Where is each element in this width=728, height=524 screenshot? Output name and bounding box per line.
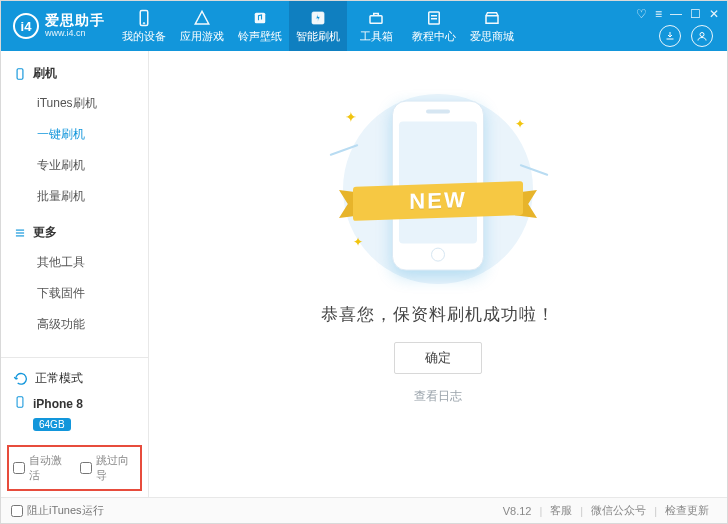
- view-log-link[interactable]: 查看日志: [414, 388, 462, 405]
- sparkle-icon: ✦: [345, 109, 357, 125]
- skin-icon[interactable]: ♡: [636, 7, 647, 21]
- sidebar-item-pro-flash[interactable]: 专业刷机: [1, 150, 148, 181]
- sidebar-group-title: 刷机: [33, 65, 57, 82]
- svg-rect-4: [370, 15, 382, 23]
- storage-badge: 64GB: [33, 418, 71, 431]
- success-message: 恭喜您，保资料刷机成功啦！: [321, 303, 555, 326]
- nav-my-device[interactable]: 我的设备: [115, 1, 173, 51]
- check-skip-wizard-label: 跳过向导: [96, 453, 137, 483]
- device-mode-label: 正常模式: [35, 370, 83, 387]
- menu-icon[interactable]: ≡: [655, 7, 662, 21]
- nav-ringtones[interactable]: 铃声壁纸: [231, 1, 289, 51]
- book-icon: [425, 9, 443, 27]
- nav-label: 工具箱: [360, 29, 393, 44]
- refresh-icon: [13, 371, 29, 387]
- sparkle-icon: ✦: [353, 235, 363, 249]
- menu-icon: [13, 226, 27, 240]
- version-label: V8.12: [495, 505, 540, 517]
- sidebar-group-flash: 刷机: [1, 61, 148, 88]
- check-auto-activate-input[interactable]: [13, 462, 25, 474]
- check-skip-wizard-input[interactable]: [80, 462, 92, 474]
- nav-label: 教程中心: [412, 29, 456, 44]
- maximize-icon[interactable]: ☐: [690, 7, 701, 21]
- device-row[interactable]: iPhone 8: [11, 395, 138, 416]
- ribbon-text: NEW: [409, 187, 466, 215]
- nav-tutorials[interactable]: 教程中心: [405, 1, 463, 51]
- sidebar: 刷机 iTunes刷机 一键刷机 专业刷机 批量刷机 更多 其他工具 下载固件 …: [1, 51, 149, 497]
- check-block-itunes-label: 阻止iTunes运行: [27, 503, 104, 518]
- ok-button[interactable]: 确定: [394, 342, 482, 374]
- sidebar-item-oneclick-flash[interactable]: 一键刷机: [1, 119, 148, 150]
- window-controls: ♡ ≡ ― ☐ ✕: [636, 1, 727, 21]
- phone-icon: [13, 395, 27, 412]
- success-illustration: ✦ ✦ ✦ NEW: [333, 89, 543, 289]
- sidebar-item-advanced[interactable]: 高级功能: [1, 309, 148, 340]
- svg-rect-9: [17, 68, 23, 79]
- nav-label: 我的设备: [122, 29, 166, 44]
- top-nav: 我的设备 应用游戏 铃声壁纸 智能刷机 工具箱 教程中心: [115, 1, 636, 51]
- nav-toolbox[interactable]: 工具箱: [347, 1, 405, 51]
- nav-apps[interactable]: 应用游戏: [173, 1, 231, 51]
- phone-icon: [13, 67, 27, 81]
- store-icon: [483, 9, 501, 27]
- check-skip-wizard[interactable]: 跳过向导: [80, 453, 137, 483]
- sidebar-group-more: 更多: [1, 220, 148, 247]
- wechat-link[interactable]: 微信公众号: [583, 503, 654, 518]
- account-button[interactable]: [691, 25, 713, 47]
- support-link[interactable]: 客服: [542, 503, 580, 518]
- sidebar-item-other-tools[interactable]: 其他工具: [1, 247, 148, 278]
- nav-smart-flash[interactable]: 智能刷机: [289, 1, 347, 51]
- sidebar-item-download-firmware[interactable]: 下载固件: [1, 278, 148, 309]
- app-name: 爱思助手: [45, 13, 105, 28]
- nav-label: 爱思商城: [470, 29, 514, 44]
- sidebar-device-panel: 正常模式 iPhone 8 64GB: [1, 357, 148, 437]
- sidebar-group-title: 更多: [33, 224, 57, 241]
- check-auto-activate[interactable]: 自动激活: [13, 453, 70, 483]
- flash-icon: [309, 9, 327, 27]
- sidebar-item-batch-flash[interactable]: 批量刷机: [1, 181, 148, 212]
- sparkle-icon: ✦: [515, 117, 525, 131]
- nav-label: 铃声壁纸: [238, 29, 282, 44]
- logo-badge-icon: i4: [13, 13, 39, 39]
- flash-options-highlight: 自动激活 跳过向导: [7, 445, 142, 491]
- svg-point-8: [700, 33, 704, 37]
- svg-rect-2: [255, 12, 266, 23]
- device-name: iPhone 8: [33, 397, 83, 411]
- close-icon[interactable]: ✕: [709, 7, 719, 21]
- nav-label: 应用游戏: [180, 29, 224, 44]
- check-block-itunes-input[interactable]: [11, 505, 23, 517]
- app-logo: i4 爱思助手 www.i4.cn: [1, 1, 115, 51]
- main-content: ✦ ✦ ✦ NEW 恭喜您，保资料刷机成功啦！ 确定 查看日志: [149, 51, 727, 497]
- nav-label: 智能刷机: [296, 29, 340, 44]
- svg-rect-13: [17, 397, 23, 408]
- check-update-link[interactable]: 检查更新: [657, 503, 717, 518]
- new-ribbon: NEW: [353, 176, 523, 226]
- svg-point-1: [143, 22, 145, 24]
- nav-store[interactable]: 爱思商城: [463, 1, 521, 51]
- app-header: i4 爱思助手 www.i4.cn 我的设备 应用游戏 铃声壁纸 智能刷机: [1, 1, 727, 51]
- device-mode-row[interactable]: 正常模式: [11, 366, 138, 395]
- toolbox-icon: [367, 9, 385, 27]
- status-bar: 阻止iTunes运行 V8.12 | 客服 | 微信公众号 | 检查更新: [1, 497, 727, 523]
- check-auto-activate-label: 自动激活: [29, 453, 70, 483]
- app-url: www.i4.cn: [45, 29, 105, 39]
- check-block-itunes[interactable]: 阻止iTunes运行: [11, 503, 104, 518]
- apps-icon: [193, 9, 211, 27]
- download-button[interactable]: [659, 25, 681, 47]
- minimize-icon[interactable]: ―: [670, 7, 682, 21]
- music-icon: [251, 9, 269, 27]
- device-icon: [135, 9, 153, 27]
- sidebar-item-itunes-flash[interactable]: iTunes刷机: [1, 88, 148, 119]
